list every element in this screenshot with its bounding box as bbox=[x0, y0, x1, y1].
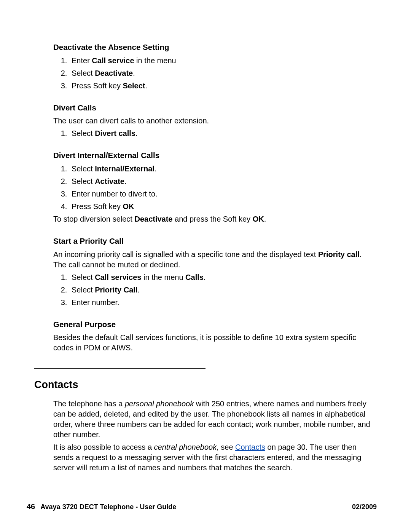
text: . bbox=[124, 177, 127, 185]
paragraph: An incoming priority call is signalled w… bbox=[53, 249, 377, 270]
text: . bbox=[204, 273, 206, 281]
bold-text: Activate bbox=[95, 177, 124, 185]
footer-left: 46 Avaya 3720 DECT Telephone - User Guid… bbox=[27, 502, 176, 511]
list-item: Enter number. bbox=[69, 297, 377, 308]
heading-priority-call: Start a Priority Call bbox=[53, 236, 377, 246]
bold-text: Priority Call bbox=[95, 286, 137, 294]
section-divider bbox=[34, 368, 206, 369]
doc-title: Avaya 3720 DECT Telephone - User Guide bbox=[40, 503, 176, 511]
list-item: Enter Call service in the menu bbox=[69, 56, 377, 66]
paragraph: The telephone has a personal phonebook w… bbox=[53, 399, 377, 440]
text: . bbox=[155, 165, 157, 173]
contacts-link[interactable]: Contacts bbox=[235, 443, 265, 451]
bold-text: Internal/External bbox=[95, 165, 155, 173]
steps-deactivate-absence: Enter Call service in the menu Select De… bbox=[53, 56, 377, 91]
text: It is also possible to access a bbox=[53, 443, 154, 451]
text: Select bbox=[72, 129, 95, 137]
bold-text: Divert calls bbox=[95, 129, 135, 137]
italic-text: central phonebook bbox=[154, 443, 217, 451]
heading-divert-int-ext: Divert Internal/External Calls bbox=[53, 150, 377, 161]
list-item: Select Internal/External. bbox=[69, 164, 377, 174]
footer-date: 02/2009 bbox=[352, 503, 377, 511]
list-item: Select Activate. bbox=[69, 176, 377, 187]
page-content: Deactivate the Absence Setting Enter Cal… bbox=[34, 42, 377, 473]
bold-text: OK bbox=[253, 215, 264, 223]
italic-text: personal phonebook bbox=[125, 399, 194, 408]
bold-text: Deactivate bbox=[95, 69, 133, 77]
text: Enter bbox=[72, 56, 92, 65]
text: in the menu bbox=[141, 273, 185, 281]
text: . bbox=[145, 81, 147, 90]
bold-text: Call services bbox=[95, 273, 141, 281]
text: Press Soft key bbox=[72, 81, 123, 90]
text: . bbox=[135, 129, 138, 137]
text: Select bbox=[72, 286, 95, 294]
page-footer: 46 Avaya 3720 DECT Telephone - User Guid… bbox=[27, 502, 377, 511]
list-item: Enter number to divert to. bbox=[69, 189, 377, 199]
list-item: Select Call services in the menu Calls. bbox=[69, 272, 377, 283]
paragraph: To stop diversion select Deactivate and … bbox=[53, 214, 377, 224]
bold-text: OK bbox=[123, 202, 134, 211]
steps-divert-calls: Select Divert calls. bbox=[53, 128, 377, 139]
text: An incoming priority call is signalled w… bbox=[53, 250, 318, 259]
text: in the menu bbox=[134, 56, 176, 65]
paragraph: The user can divert calls to another ext… bbox=[53, 116, 377, 126]
text: Select bbox=[72, 177, 95, 185]
list-item: Press Soft key OK bbox=[69, 201, 377, 212]
paragraph: It is also possible to access a central … bbox=[53, 442, 377, 473]
bold-text: Call service bbox=[92, 56, 134, 65]
heading-contacts: Contacts bbox=[34, 378, 377, 391]
text: , see bbox=[217, 443, 235, 451]
heading-divert-calls: Divert Calls bbox=[53, 102, 377, 113]
list-item: Select Deactivate. bbox=[69, 68, 377, 78]
document-page: Deactivate the Absence Setting Enter Cal… bbox=[0, 0, 411, 532]
bold-text: Calls bbox=[185, 273, 204, 281]
text: Press Soft key bbox=[72, 202, 123, 211]
text: The telephone has a bbox=[53, 399, 125, 408]
heading-general-purpose: General Purpose bbox=[53, 319, 377, 330]
text: and press the Soft key bbox=[173, 215, 253, 223]
list-item: Press Soft key Select. bbox=[69, 81, 377, 91]
steps-divert-int-ext: Select Internal/External. Select Activat… bbox=[53, 164, 377, 212]
steps-priority-call: Select Call services in the menu Calls. … bbox=[53, 272, 377, 308]
bold-text: Deactivate bbox=[134, 215, 172, 223]
paragraph: Besides the default Call services functi… bbox=[53, 332, 377, 353]
page-number: 46 bbox=[27, 502, 35, 511]
heading-deactivate-absence: Deactivate the Absence Setting bbox=[53, 42, 377, 53]
list-item: Select Priority Call. bbox=[69, 285, 377, 295]
bold-text: Priority call bbox=[318, 250, 360, 259]
text: Select bbox=[72, 165, 95, 173]
text: Select bbox=[72, 273, 95, 281]
text: Select bbox=[72, 69, 95, 77]
bold-text: Select bbox=[123, 81, 145, 90]
list-item: Select Divert calls. bbox=[69, 128, 377, 139]
text: . bbox=[133, 69, 135, 77]
text: . bbox=[264, 215, 266, 223]
text: To stop diversion select bbox=[53, 215, 134, 223]
text: . bbox=[137, 286, 140, 294]
